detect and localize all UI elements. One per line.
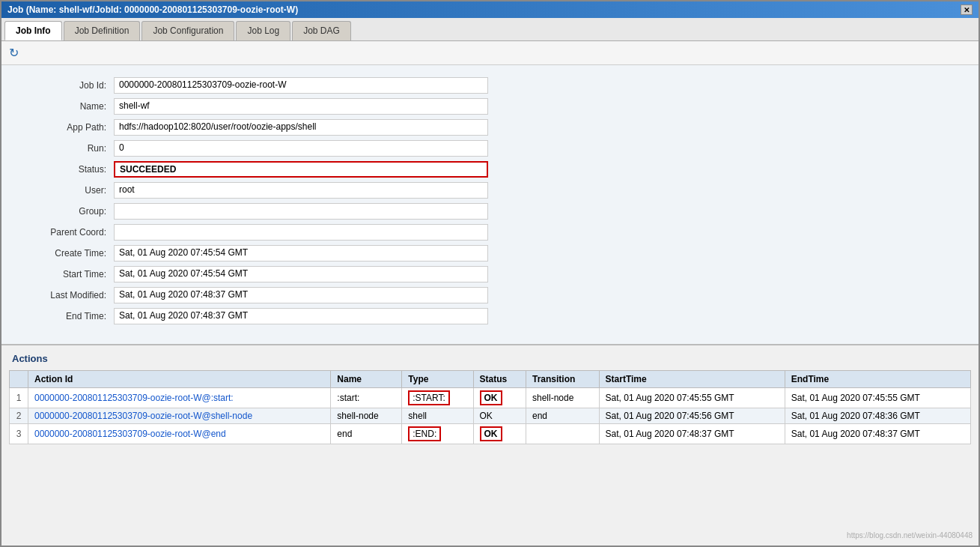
field-label-user: User: [16,185,114,196]
field-row-create-time: Create Time:Sat, 01 Aug 2020 07:45:54 GM… [16,245,964,262]
action-name: shell-node [331,408,402,424]
field-row-parent-coord: Parent Coord: [16,224,964,241]
actions-section: Actions Action Id Name Type Status Trans… [1,345,979,452]
col-end-time: EndTime [785,371,970,388]
col-transition: Transition [526,371,599,388]
window-title: Job (Name: shell-wf/JobId: 0000000-20080… [7,4,298,15]
field-value-last-modified: Sat, 01 Aug 2020 07:48:37 GMT [114,287,488,303]
action-status: OK [473,424,526,444]
field-value-name: shell-wf [114,98,488,115]
field-value-group [114,203,488,220]
tabs-bar: Job Info Job Definition Job Configuratio… [1,18,979,41]
field-label-name: Name: [16,101,114,112]
table-row: 30000000-200801125303709-oozie-root-W@en… [10,424,971,444]
action-num: 3 [10,424,28,444]
field-label-create-time: Create Time: [16,248,114,259]
field-value-job-id: 0000000-200801125303709-oozie-root-W [114,77,488,94]
field-label-app-path: App Path: [16,122,114,133]
action-end-time: Sat, 01 Aug 2020 07:48:36 GMT [785,408,970,424]
watermark: https://blog.csdn.net/weixin-44080448 [847,531,973,540]
refresh-icon[interactable]: ↻ [9,46,19,60]
action-end-time: Sat, 01 Aug 2020 07:45:55 GMT [785,388,970,408]
field-label-status: Status: [16,164,114,175]
action-name: :start: [331,388,402,408]
action-end-time: Sat, 01 Aug 2020 07:48:37 GMT [785,424,970,444]
action-id[interactable]: 0000000-200801125303709-oozie-root-W@she… [28,408,331,424]
field-row-group: Group: [16,203,964,220]
col-status: Status [473,371,526,388]
action-start-time: Sat, 01 Aug 2020 07:48:37 GMT [599,424,785,444]
actions-title: Actions [9,353,971,364]
action-name: end [331,424,402,444]
action-num: 1 [10,388,28,408]
field-row-status: Status:SUCCEEDED [16,161,964,178]
field-value-status: SUCCEEDED [114,161,488,178]
field-value-user: root [114,182,488,199]
field-row-job-id: Job Id:0000000-200801125303709-oozie-roo… [16,77,964,94]
col-action-id: Action Id [28,371,331,388]
tab-job-definition[interactable]: Job Definition [64,21,141,40]
field-row-user: User:root [16,182,964,199]
action-type: shell [402,408,473,424]
tab-job-log[interactable]: Job Log [236,21,290,40]
field-label-end-time: End Time: [16,311,114,321]
window-title-bar: Job (Name: shell-wf/JobId: 0000000-20080… [1,1,979,18]
action-transition: shell-node [526,388,599,408]
field-label-start-time: Start Time: [16,269,114,279]
action-id[interactable]: 0000000-200801125303709-oozie-root-W@end [28,424,331,444]
action-status: OK [473,408,526,424]
action-transition: end [526,408,599,424]
field-label-last-modified: Last Modified: [16,290,114,300]
field-label-job-id: Job Id: [16,80,114,91]
field-value-parent-coord [114,224,488,241]
field-label-parent-coord: Parent Coord: [16,227,114,238]
table-row: 10000000-200801125303709-oozie-root-W@:s… [10,388,971,408]
field-value-run: 0 [114,140,488,157]
action-num: 2 [10,408,28,424]
tab-job-dag[interactable]: Job DAG [292,21,351,40]
col-type: Type [402,371,473,388]
field-row-end-time: End Time:Sat, 01 Aug 2020 07:48:37 GMT [16,308,964,324]
action-type: :START: [402,388,473,408]
col-start-time: StartTime [599,371,785,388]
main-window: Job (Name: shell-wf/JobId: 0000000-20080… [0,0,980,547]
field-row-name: Name:shell-wf [16,98,964,115]
tab-job-info[interactable]: Job Info [4,21,62,40]
tab-job-configuration[interactable]: Job Configuration [141,21,234,40]
field-value-app-path: hdfs://hadoop102:8020/user/root/oozie-ap… [114,119,488,136]
field-value-end-time: Sat, 01 Aug 2020 07:48:37 GMT [114,308,488,324]
action-id[interactable]: 0000000-200801125303709-oozie-root-W@:st… [28,388,331,408]
actions-table: Action Id Name Type Status Transition St… [9,370,971,444]
action-status: OK [473,388,526,408]
table-header-row: Action Id Name Type Status Transition St… [10,371,971,388]
field-row-app-path: App Path:hdfs://hadoop102:8020/user/root… [16,119,964,136]
job-info-section: Job Id:0000000-200801125303709-oozie-roo… [1,65,979,345]
field-row-run: Run:0 [16,140,964,157]
action-start-time: Sat, 01 Aug 2020 07:45:56 GMT [599,408,785,424]
close-button[interactable]: ✕ [961,4,973,15]
toolbar: ↻ [1,41,979,65]
action-transition [526,424,599,444]
table-row: 20000000-200801125303709-oozie-root-W@sh… [10,408,971,424]
action-type: :END: [402,424,473,444]
field-label-group: Group: [16,206,114,217]
field-value-create-time: Sat, 01 Aug 2020 07:45:54 GMT [114,245,488,262]
field-row-last-modified: Last Modified:Sat, 01 Aug 2020 07:48:37 … [16,287,964,303]
field-value-start-time: Sat, 01 Aug 2020 07:45:54 GMT [114,266,488,282]
field-row-start-time: Start Time:Sat, 01 Aug 2020 07:45:54 GMT [16,266,964,282]
field-label-run: Run: [16,143,114,154]
action-start-time: Sat, 01 Aug 2020 07:45:55 GMT [599,388,785,408]
col-num [10,371,28,388]
col-name: Name [331,371,402,388]
